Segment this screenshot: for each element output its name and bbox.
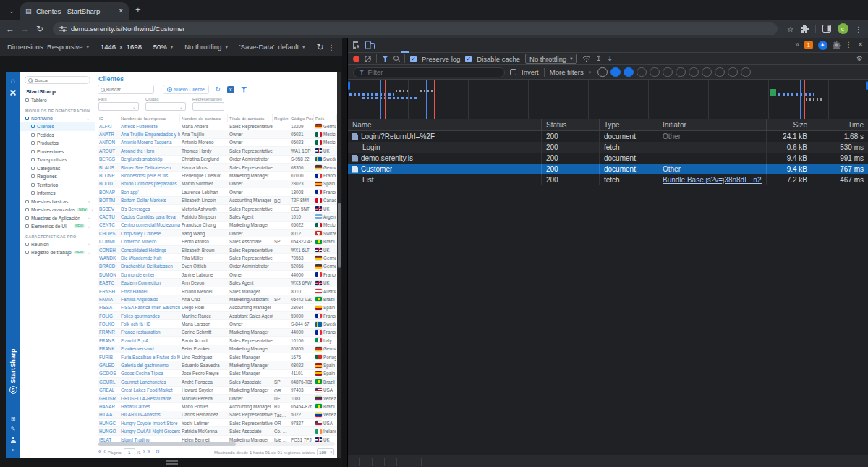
request-type-chip[interactable] [624,67,634,77]
customer-company-link[interactable]: Bon app' [119,188,180,195]
devtools-tab[interactable] [438,38,445,53]
network-request-row[interactable]: Login 200 fetch 0.6 kB 530 ms [348,142,868,153]
overview-grip-left[interactable] [348,81,350,90]
customer-id-link[interactable]: CONSH [98,246,119,253]
request-type-chip[interactable] [728,67,738,77]
sidebar-item[interactable]: Productos [20,139,95,148]
sidebar-item[interactable]: Transportistas [20,156,95,164]
customer-row[interactable]: ANATR Ana Trujillo Emparedados y helados… [98,130,337,138]
city-filter-select[interactable]: ⌄ [145,102,186,111]
throttling-dropdown[interactable]: No throttling▾ [525,54,577,64]
customer-row[interactable]: CONSH Consolidated Holdings Elizabeth Br… [98,246,337,254]
devtools-tab[interactable] [409,38,416,53]
devtools-tab[interactable] [416,38,423,53]
clear-network-log-icon[interactable] [365,56,371,62]
customer-id-link[interactable]: BSBEV [98,205,119,212]
sidebar-group-item[interactable]: Muestras de Aplicación › [20,214,95,223]
side-panel-icon[interactable] [822,25,831,33]
inspect-element-icon[interactable] [352,41,361,49]
grid-search[interactable] [98,85,154,94]
invert-checkbox[interactable] [510,69,516,75]
column-header-type[interactable]: Type [600,119,658,130]
customer-row[interactable]: CHOPS Chop-suey Chinese Yang Wang Owner … [98,230,337,237]
sidebar-item[interactable]: Informes [20,189,95,198]
language-icon[interactable]: ✎ [11,426,16,432]
sidebar-group-item[interactable]: Muestras avanzadas NEW › [20,206,95,214]
customer-id-link[interactable]: BONAP [98,188,119,195]
next-page-icon[interactable]: › [143,449,145,455]
customer-row[interactable]: BOLID Bólido Comidas preparadas Martín S… [98,180,337,188]
request-type-chip[interactable] [597,67,608,77]
grid-reload-icon[interactable]: ↻ [155,449,159,455]
sidebar-search-input[interactable] [35,77,87,83]
apps-icon[interactable]: ⊞ [11,416,16,422]
devtools-tab[interactable] [394,38,401,53]
tools-icon[interactable] [9,89,17,96]
column-header-title[interactable]: Título de contacto [228,114,273,122]
customer-id-link[interactable]: ISLAT [98,436,119,442]
network-settings-gear-icon[interactable]: ⚙ [856,55,863,62]
customer-row[interactable]: GOURL Gourmet Lanchonetes André Fonseca … [98,378,337,386]
sidebar-item[interactable]: Categorías [20,164,95,173]
device-toolbar-toggle-icon[interactable] [365,41,375,49]
sidebar-item[interactable]: Proveedores [20,148,95,156]
customer-id-link[interactable]: FAMIA [98,295,119,303]
customer-id-link[interactable]: GROSR [98,395,119,402]
customer-company-link[interactable]: Ernst Handel [119,287,180,295]
customer-row[interactable]: FRANK Frankenversand Peter Franken Marke… [98,345,337,353]
customer-company-link[interactable]: GROSELLA-Restaurante [119,395,180,402]
customer-id-link[interactable]: WANDK [98,254,119,261]
customer-company-link[interactable]: Hungry Owl All-Night Grocers [119,427,180,434]
devtools-close-icon[interactable]: ✕ [858,41,864,49]
disable-cache-checkbox[interactable]: ✓ [465,56,472,62]
devtools-menu-icon[interactable]: ⋮ [846,41,853,49]
customer-company-link[interactable]: Blondesddsl père et fils [119,172,180,179]
customer-row[interactable]: HUNGO Hungry Owl All-Night Grocers Patri… [98,427,337,435]
new-tab-button[interactable]: + [135,4,141,15]
customer-company-link[interactable]: Eastern Connection [119,279,180,286]
customer-company-link[interactable]: B's Beverages [119,205,180,212]
column-header-country[interactable]: País [314,114,337,122]
devtools-resize-divider[interactable] [342,38,347,467]
customer-row[interactable]: FISSA FISSA Fabrica Inter. Salchichas S.… [98,304,337,312]
customer-id-link[interactable]: FRANK [98,345,119,353]
customer-company-link[interactable]: Du monde entier [119,271,180,278]
tab-close-icon[interactable]: ✕ [118,7,124,14]
customer-row[interactable]: EASTC Eastern Connection Ann Devon Sales… [98,279,337,287]
request-type-chip[interactable] [741,67,751,77]
customer-id-link[interactable]: CACTU [98,213,119,220]
customer-id-link[interactable]: GREAL [98,387,119,394]
column-header-status[interactable]: Status [542,119,600,130]
customer-id-link[interactable]: EASTC [98,279,119,286]
customer-company-link[interactable]: Island Trading [119,436,180,442]
customer-row[interactable]: CACTU Cactus Comidas para llevar Patrici… [98,213,337,221]
request-type-chip[interactable] [689,67,699,77]
customer-row[interactable]: FRANR France restauration Carine Schmitt… [98,329,337,337]
customer-row[interactable]: BONAP Bon app' Laurence Lebihan Owner 13… [98,188,337,196]
customer-row[interactable]: ANTON Antonio Moreno Taquería Antonio Mo… [98,139,337,147]
disable-cache-label[interactable]: Disable cache [477,55,520,63]
customer-company-link[interactable]: Comércio Mineiro [119,237,180,245]
ai-assistance-icon[interactable]: ✦ [818,41,827,50]
customer-row[interactable]: GALED Galería del gastrónomo Eduardo Saa… [98,361,337,369]
settings-gear-icon[interactable] [833,41,841,49]
customer-row[interactable]: COMMI Comércio Mineiro Pedro Afonso Sale… [98,237,337,245]
last-page-icon[interactable]: » [147,449,150,455]
address-bar[interactable]: demo.serenity.is/Northwind/Customer [53,22,778,35]
issues-count-badge[interactable]: 1 [804,41,813,49]
customer-id-link[interactable]: DRACD [98,263,119,270]
home-icon[interactable]: ⌂ [6,76,20,86]
network-request-row[interactable]: demo.serenity.is 200 document 9.4 kB 991… [348,153,868,164]
customer-id-link[interactable]: BOTTM [98,197,119,204]
invert-label[interactable]: Invert [522,68,539,76]
customer-row[interactable]: DRACD Drachenblut Delikatessen Sven Ottl… [98,263,337,271]
customer-row[interactable]: BOTTM Bottom-Dollar Markets Elizabeth Li… [98,197,337,205]
network-filter-text-input[interactable] [367,68,499,76]
initiator-link[interactable]: Other [663,165,681,173]
devtools-tab[interactable] [430,38,438,53]
customer-id-link[interactable]: HANAR [98,403,119,410]
customer-id-link[interactable]: FOLKO [98,320,119,327]
first-page-icon[interactable]: « [98,449,101,455]
viewport-height-field[interactable]: 1698 [127,43,142,51]
filter-icon[interactable] [241,87,247,93]
